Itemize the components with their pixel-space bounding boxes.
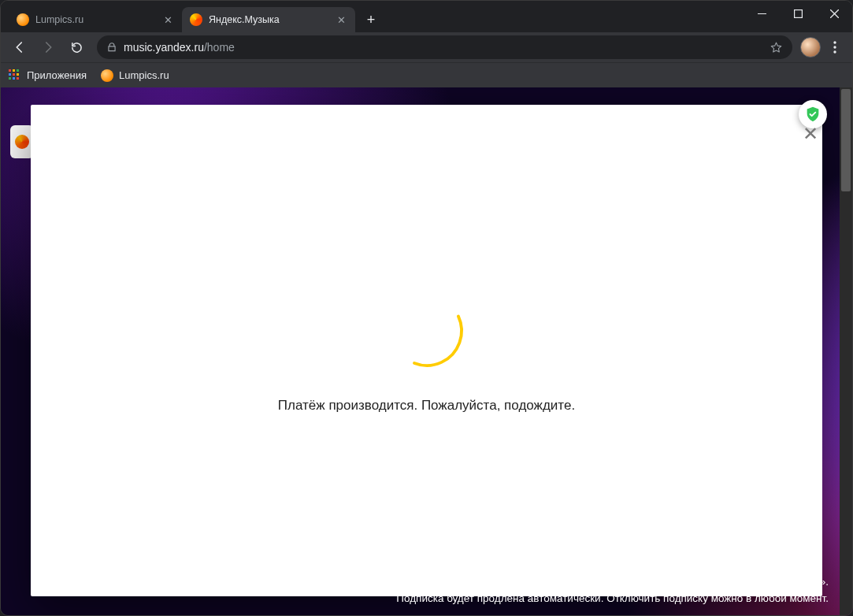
legal-line-2: Подписка будет продлена автоматически. О… (396, 591, 829, 607)
svg-point-1 (833, 41, 836, 43)
bookmark-label: Приложения (27, 69, 87, 81)
yandex-music-logo-icon (15, 135, 29, 149)
scrollbar-thumb[interactable] (841, 89, 851, 191)
window-titlebar: Lumpics.ru ✕ Яндекс.Музыка ✕ + (1, 1, 852, 32)
tab-title: Яндекс.Музыка (209, 14, 328, 25)
license-agreement-link[interactable]: Лицензионное соглашение (687, 576, 820, 588)
legal-text: Нажимая кнопку, вы принимаете «Лицензион… (396, 574, 829, 607)
browser-menu-button[interactable] (824, 36, 846, 58)
bookmark-label: Lumpics.ru (119, 69, 169, 81)
lock-icon (106, 42, 117, 53)
payment-modal: ✕ Платёж производится. Пожалуйста, подож… (31, 105, 822, 596)
tab-lumpics[interactable]: Lumpics.ru ✕ (9, 7, 182, 32)
svg-point-2 (833, 46, 836, 48)
back-button[interactable] (7, 35, 32, 60)
apps-grid-icon (9, 69, 21, 82)
maximize-button[interactable] (780, 1, 816, 26)
window-controls (744, 1, 852, 32)
new-tab-button[interactable]: + (360, 9, 382, 31)
yandex-music-favicon-icon (190, 13, 202, 26)
close-tab-icon[interactable]: ✕ (161, 13, 174, 26)
bookmark-lumpics[interactable]: Lumpics.ru (101, 69, 169, 82)
payment-status-text: Платёж производится. Пожалуйста, подожди… (278, 398, 575, 414)
star-icon[interactable] (770, 41, 783, 54)
loading-spinner-icon (384, 288, 470, 374)
forward-button[interactable] (35, 35, 61, 60)
svg-point-4 (384, 288, 470, 374)
reload-button[interactable] (64, 35, 89, 60)
profile-avatar[interactable] (800, 37, 821, 58)
minimize-button[interactable] (744, 1, 780, 26)
address-text: music.yandex.ru/home (124, 41, 235, 54)
lumpics-favicon-icon (101, 69, 113, 82)
bookmark-apps[interactable]: Приложения (9, 69, 87, 82)
close-window-button[interactable] (816, 1, 852, 26)
tab-strip: Lumpics.ru ✕ Яндекс.Музыка ✕ + (9, 1, 382, 32)
browser-toolbar: music.yandex.ru/home (1, 32, 852, 62)
bookmarks-bar: Приложения Lumpics.ru (1, 62, 852, 87)
svg-rect-0 (794, 9, 802, 17)
svg-point-3 (833, 50, 836, 53)
tab-title: Lumpics.ru (35, 14, 155, 25)
scrollbar-track[interactable] (840, 87, 852, 615)
lumpics-favicon-icon (17, 13, 29, 26)
page-viewport: ✕ Платёж производится. Пожалуйста, подож… (1, 87, 852, 615)
close-tab-icon[interactable]: ✕ (335, 13, 347, 26)
address-bar[interactable]: music.yandex.ru/home (97, 35, 792, 59)
legal-line-1: Нажимая кнопку, вы принимаете «Лицензион… (396, 574, 829, 591)
close-modal-button[interactable]: ✕ (797, 121, 824, 147)
tab-yandex-music[interactable]: Яндекс.Музыка ✕ (182, 7, 355, 32)
